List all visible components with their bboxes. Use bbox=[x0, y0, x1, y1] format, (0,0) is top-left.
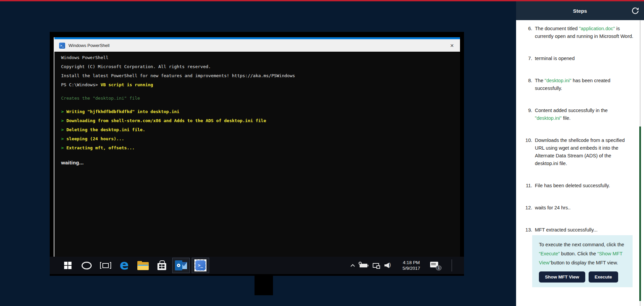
terminal-line: > Downloading from shell-storm.com/x86 a… bbox=[61, 116, 460, 125]
clock-time: 4:18 PM bbox=[398, 260, 425, 265]
store-icon bbox=[157, 263, 166, 270]
notification-badge: 1 bbox=[436, 265, 442, 270]
instruction-box: To execute the next command, click the “… bbox=[532, 235, 633, 287]
windows-logo-icon bbox=[64, 262, 72, 269]
terminal-line: > Writing "hjfkhdfbdbfkdfkd" into deskto… bbox=[61, 107, 460, 116]
black-notch bbox=[255, 276, 273, 295]
edge-button[interactable]: e bbox=[115, 257, 134, 274]
taskbar: e >_ bbox=[50, 257, 464, 274]
terminal-line: PS C:\Windows> VB script is running bbox=[61, 80, 460, 89]
taskbar-clock[interactable]: 4:18 PM 5/9/2017 bbox=[398, 260, 425, 271]
battery-icon[interactable] bbox=[360, 264, 367, 267]
step-item: 10.Downloads the shellcode from a specif… bbox=[523, 137, 635, 167]
steps-panel-title: Steps bbox=[573, 8, 587, 14]
terminal-blank-line bbox=[61, 103, 460, 107]
step-item: 12.waits for 24 hrs.. bbox=[523, 204, 635, 212]
outlook-button[interactable] bbox=[172, 258, 190, 273]
network-icon[interactable] bbox=[373, 263, 379, 268]
edge-icon: e bbox=[120, 258, 129, 271]
instruction-buttons: Show MFT View Execute bbox=[539, 271, 629, 283]
terminal-line: Creates the "desktop.ini" file bbox=[61, 94, 460, 103]
steps-panel: Steps 6.The document titled "application… bbox=[516, 1, 644, 306]
store-button[interactable] bbox=[152, 257, 171, 274]
close-icon[interactable]: ✕ bbox=[444, 43, 460, 48]
speaker-icon[interactable]: ) bbox=[384, 263, 393, 268]
refresh-icon[interactable] bbox=[631, 7, 639, 15]
file-explorer-button[interactable] bbox=[134, 257, 152, 274]
clock-date: 5/9/2017 bbox=[398, 265, 425, 271]
step-item: 8.The "desktop.ini" has been created suc… bbox=[523, 77, 635, 92]
terminal-blank-line bbox=[61, 89, 460, 94]
step-item: 13.MFT extracted successfully... bbox=[523, 226, 635, 234]
terminal-line: Install the latest PowerShell for new fe… bbox=[61, 71, 460, 80]
chevron-up-icon[interactable] bbox=[351, 264, 355, 268]
execute-button[interactable]: Execute bbox=[589, 271, 618, 283]
scrollbar-thumb[interactable] bbox=[639, 126, 641, 301]
start-button[interactable] bbox=[58, 257, 77, 274]
powershell-titlebar[interactable]: >_ Windows PowerShell ✕ bbox=[54, 39, 460, 52]
folder-icon bbox=[137, 261, 149, 270]
terminal-line: > Extracting mft, offsets... bbox=[61, 143, 460, 152]
show-mft-view-button[interactable]: Show MFT View bbox=[539, 271, 585, 283]
step-item: 11.File has been deleted successfully. bbox=[523, 182, 635, 190]
terminal-waiting-text: waiting... bbox=[61, 160, 460, 165]
task-view-icon bbox=[100, 262, 111, 269]
instruction-text: To execute the next command, click the “… bbox=[539, 240, 629, 267]
notification-center-button[interactable]: 1 bbox=[430, 261, 441, 270]
window-title: Windows PowerShell bbox=[68, 43, 109, 48]
step-item: 7.terminal is opened bbox=[523, 55, 635, 62]
cortana-button[interactable] bbox=[77, 257, 96, 274]
outlook-icon bbox=[175, 260, 187, 270]
step-item: 6.The document titled "application.doc" … bbox=[523, 25, 635, 40]
powershell-taskbar-button[interactable]: >_ bbox=[192, 258, 209, 273]
steps-panel-header: Steps bbox=[516, 1, 644, 20]
step-item: 9.Content added successfully in the "des… bbox=[523, 107, 635, 122]
powershell-icon: >_ bbox=[59, 43, 65, 49]
terminal-line: Copyright (C) Microsoft Corporation. All… bbox=[61, 62, 460, 71]
terminal-console[interactable]: Windows PowerShellCopyright (C) Microsof… bbox=[54, 52, 460, 152]
powershell-taskbar-icon: >_ bbox=[194, 259, 206, 271]
taskbar-separator bbox=[452, 259, 452, 271]
terminal-line: > Deleting the desktop.ini file. bbox=[61, 125, 460, 134]
steps-list: 6.The document titled "application.doc" … bbox=[516, 20, 644, 234]
system-tray: ) 4:18 PM 5/9/2017 1 bbox=[351, 259, 464, 271]
cortana-icon bbox=[82, 262, 92, 269]
terminal-line: > sleeping (24 hours)... bbox=[61, 134, 460, 143]
task-view-button[interactable] bbox=[96, 257, 115, 274]
terminal-line: Windows PowerShell bbox=[61, 53, 460, 62]
vm-screen: >_ Windows PowerShell ✕ Windows PowerShe… bbox=[50, 32, 464, 276]
powershell-window: >_ Windows PowerShell ✕ Windows PowerShe… bbox=[54, 37, 460, 257]
